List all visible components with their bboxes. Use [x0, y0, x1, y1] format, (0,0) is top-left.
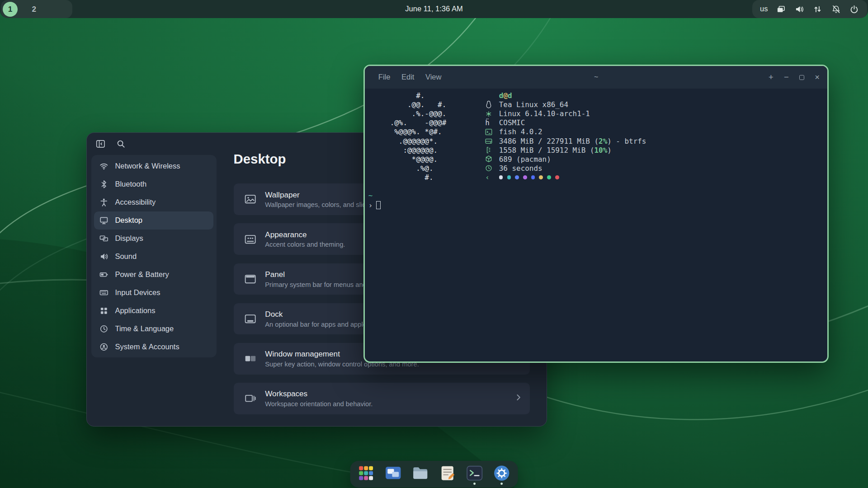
dock-item-terminal-app[interactable]	[465, 463, 485, 485]
row-subtitle: An optional bar for apps and applets.	[265, 320, 373, 328]
running-indicator	[501, 483, 503, 485]
dock-item-text-editor-app[interactable]	[438, 463, 458, 485]
dock-item-settings-app[interactable]	[492, 463, 512, 485]
sidebar-item-label: Input Devices	[115, 288, 160, 297]
time-icon	[99, 324, 109, 333]
input-icon	[99, 288, 109, 297]
power-icon[interactable]	[849, 4, 859, 14]
sidebar-item-power-battery[interactable]: Power & Battery	[94, 266, 214, 284]
settings-sidebar-list: Network & WirelessBluetoothAccessibility…	[91, 155, 217, 357]
desktop-icon	[99, 216, 109, 225]
sidebar-item-network-wireless[interactable]: Network & Wireless	[94, 157, 214, 175]
sidebar-item-accessibility[interactable]: Accessibility	[94, 193, 214, 211]
network-arrows-icon[interactable]	[813, 4, 823, 14]
maximize-button[interactable]	[799, 75, 804, 80]
accessibility-icon	[99, 197, 109, 207]
minimize-button[interactable]: −	[784, 73, 789, 81]
sidebar-item-system-accounts[interactable]: System & Accounts	[94, 338, 214, 356]
dock-icon	[244, 312, 258, 325]
sidebar-item-label: Displays	[115, 234, 143, 243]
ascii-art: :@@@@@@.	[368, 146, 485, 155]
fetch-text: @	[503, 91, 508, 100]
ascii-art: *@@@@.	[368, 155, 485, 164]
sidebar-item-desktop[interactable]: Desktop	[94, 211, 214, 230]
fetch-text: d	[508, 91, 512, 100]
fetch-line: .%.-@@@.Linux 6.14.10-arch1-1	[368, 109, 827, 118]
ascii-art: .@%. -@@@#	[368, 118, 485, 127]
prompt-line: ›	[368, 200, 827, 210]
fetch-text: 1558 MiB / 15912 MiB (	[499, 146, 594, 155]
page-title: Desktop	[234, 151, 286, 167]
sidebar-item-label: System & Accounts	[115, 343, 179, 352]
fetch-text: Tea Linux x86_64	[499, 100, 568, 109]
fetch-line: #.‹	[368, 173, 827, 182]
dock-item-app-launcher[interactable]	[356, 463, 376, 485]
menu-view[interactable]: View	[425, 73, 442, 82]
sidebar-item-displays[interactable]: Displays	[94, 230, 214, 248]
sound-icon	[99, 252, 109, 261]
memory-icon	[485, 146, 499, 154]
terminal-window-controls: +−×	[769, 73, 820, 81]
windows-icon[interactable]	[776, 4, 786, 14]
row-title: Dock	[265, 309, 373, 319]
bluetooth-icon	[99, 179, 109, 189]
palette-dot	[539, 175, 543, 179]
settings-app-icon	[493, 464, 511, 484]
close-button[interactable]: ×	[815, 73, 820, 81]
sidebar-item-label: Time & Language	[115, 324, 174, 333]
running-indicator	[474, 483, 476, 485]
ascii-art: .%@.	[368, 164, 485, 173]
settings-row-workspaces[interactable]: WorkspacesWorkspace orientation and beha…	[234, 383, 530, 414]
prompt-symbol: ›	[368, 201, 373, 210]
workspace-button-1[interactable]: 1	[3, 2, 18, 17]
sidebar-item-sound[interactable]: Sound	[94, 248, 214, 266]
search-icon[interactable]	[116, 139, 126, 151]
sidebar-item-applications[interactable]: Applications	[94, 302, 214, 320]
text-editor-app-icon	[439, 464, 457, 484]
volume-icon[interactable]	[794, 4, 804, 14]
panel-icon	[244, 272, 258, 286]
sidebar-item-label: Sound	[115, 252, 137, 261]
sidebar-item-label: Accessibility	[115, 198, 156, 207]
sidebar-item-time-language[interactable]: Time & Language	[94, 320, 214, 338]
terminal-output: #.d@d .@@. #.Tea Linux x86_64 .%.-@@@.Li…	[365, 89, 827, 210]
row-subtitle: Workspace orientation and behavior.	[265, 400, 373, 408]
menu-edit[interactable]: Edit	[401, 73, 414, 82]
dock	[350, 461, 518, 488]
keyboard-layout[interactable]: us	[760, 5, 768, 14]
plus-button[interactable]: +	[769, 73, 774, 81]
fetch-text: Linux 6.14.10-arch1-1	[499, 109, 590, 118]
shellbox-icon	[485, 128, 499, 136]
sidebar-item-bluetooth[interactable]: Bluetooth	[94, 175, 214, 193]
row-title: Appearance	[265, 230, 345, 239]
palette-dot	[531, 175, 535, 179]
clock[interactable]: June 11, 1:36 AM	[405, 5, 462, 14]
terminal-titlebar[interactable]: FileEditView ~ +−×	[365, 66, 827, 89]
ascii-art: %@@@%. *@#.	[368, 127, 485, 136]
package-icon	[485, 155, 499, 163]
dock-item-files-app[interactable]	[410, 463, 430, 485]
row-title: Workspaces	[265, 389, 373, 399]
palette-dot	[507, 175, 511, 179]
ascii-art: .@@@@@@*.	[368, 137, 485, 145]
fetch-line: #.d@d	[368, 91, 827, 100]
sidebar-toggle-icon[interactable]	[96, 139, 105, 151]
appearance-icon	[244, 233, 258, 246]
notifications-off-icon[interactable]	[831, 4, 841, 14]
angle-icon: ‹	[485, 173, 499, 182]
wifi-icon	[99, 161, 109, 171]
disk-icon	[485, 137, 499, 145]
dock-item-display-app[interactable]	[383, 463, 403, 485]
fetch-text: COSMIC	[499, 118, 525, 127]
fetch-text: 3486 MiB / 227911 MiB (	[499, 137, 599, 145]
menu-file[interactable]: File	[378, 73, 391, 82]
window-management-icon	[244, 352, 258, 365]
palette-dot	[547, 175, 551, 179]
chevron-right-icon	[514, 393, 523, 404]
fetch-line: %@@@%. *@#.fish 4.0.2	[368, 127, 827, 136]
sidebar-item-input-devices[interactable]: Input Devices	[94, 284, 214, 302]
top-panel: 12 June 11, 1:36 AM us	[0, 0, 868, 18]
workspace-button-2[interactable]: 2	[27, 2, 42, 17]
ascii-art: #.	[368, 91, 485, 100]
accounts-icon	[99, 342, 109, 352]
